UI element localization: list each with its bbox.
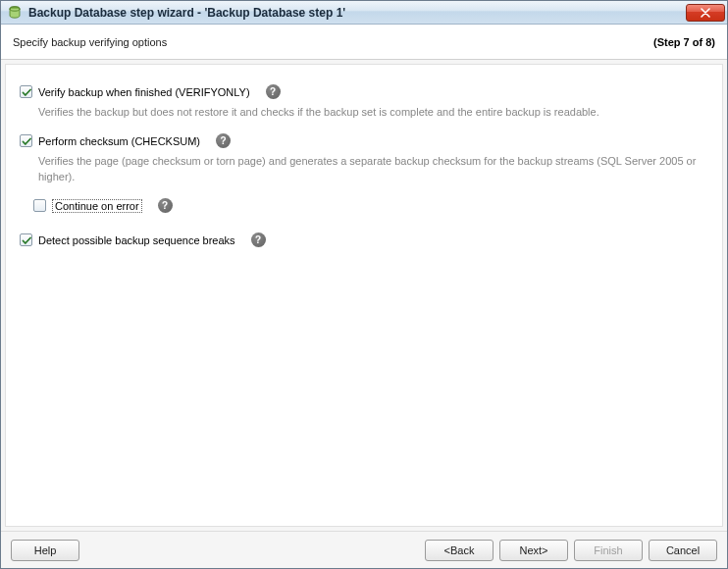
detect-breaks-checkbox[interactable] [20, 233, 32, 246]
option-verify-backup: Verify backup when finished (VERIFYONLY)… [20, 84, 708, 99]
close-button[interactable] [686, 4, 725, 22]
option-perform-checksum: Perform checksum (CHECKSUM) ? [20, 133, 708, 148]
help-icon[interactable]: ? [216, 133, 231, 148]
option-continue-on-error: Continue on error ? [20, 198, 708, 213]
app-icon [7, 5, 23, 21]
back-button[interactable]: <Back [425, 540, 494, 561]
help-icon[interactable]: ? [158, 198, 173, 213]
detect-breaks-label[interactable]: Detect possible backup sequence breaks [38, 234, 235, 246]
wizard-subtitle: Specify backup verifying options [13, 36, 653, 48]
option-detect-breaks: Detect possible backup sequence breaks ? [20, 233, 708, 247]
perform-checksum-checkbox[interactable] [20, 134, 32, 147]
perform-checksum-label[interactable]: Perform checksum (CHECKSUM) [38, 135, 200, 147]
titlebar: Backup Database step wizard - 'Backup Da… [1, 1, 727, 25]
wizard-window: Backup Database step wizard - 'Backup Da… [0, 0, 728, 569]
help-button[interactable]: Help [11, 540, 79, 561]
perform-checksum-description: Verifies the page (page checksum or torn… [38, 154, 708, 184]
wizard-header: Specify backup verifying options (Step 7… [1, 25, 727, 60]
verify-backup-label[interactable]: Verify backup when finished (VERIFYONLY) [38, 86, 250, 98]
finish-button: Finish [574, 540, 643, 561]
verify-backup-checkbox[interactable] [20, 85, 32, 98]
continue-on-error-label[interactable]: Continue on error [52, 199, 142, 213]
help-icon[interactable]: ? [266, 84, 281, 99]
wizard-step-indicator: (Step 7 of 8) [653, 36, 715, 48]
next-button[interactable]: Next> [499, 540, 568, 561]
cancel-button[interactable]: Cancel [649, 540, 717, 561]
verify-backup-description: Verifies the backup but does not restore… [38, 105, 708, 120]
button-bar: Help <Back Next> Finish Cancel [1, 531, 727, 568]
continue-on-error-checkbox[interactable] [33, 199, 46, 212]
wizard-content: Verify backup when finished (VERIFYONLY)… [5, 64, 723, 527]
help-icon[interactable]: ? [251, 233, 266, 247]
window-title: Backup Database step wizard - 'Backup Da… [28, 6, 680, 20]
